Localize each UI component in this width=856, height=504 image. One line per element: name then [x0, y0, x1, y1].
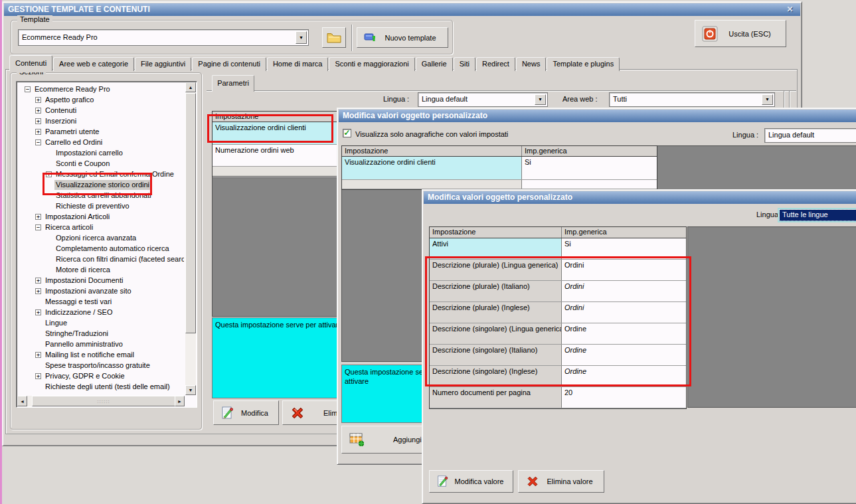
tree-item-richieste-di-preventivo[interactable]: Richieste di preventivo — [18, 201, 184, 211]
template-combobox[interactable]: Ecommerce Ready Pro ▼ — [18, 29, 309, 46]
close-icon[interactable]: ✕ — [785, 5, 795, 15]
plus-box-icon[interactable]: + — [35, 288, 41, 294]
tab-news[interactable]: News — [516, 57, 547, 71]
tab-gallerie[interactable]: Gallerie — [416, 57, 453, 71]
tree-item-mailing-list-e-notifiche-email[interactable]: +Mailing list e notifiche email — [18, 349, 184, 360]
tree-item-messaggi-e-testi-vari[interactable]: Messaggi e testi vari — [18, 296, 184, 307]
tab-aree-web-e-categorie[interactable]: Aree web e categorie — [53, 57, 134, 71]
tab-pagine-di-contenuti[interactable]: Pagine di contenuti — [192, 57, 266, 71]
exit-button[interactable]: Uscita (ESC) — [695, 20, 786, 47]
tree-item-label: Visualizzazione storico ordini — [54, 180, 151, 190]
tab-sconti-e-maggiorazioni[interactable]: Sconti e maggiorazioni — [329, 57, 414, 71]
table-row-descrizione-plurale-inglese[interactable]: Descrizione (plurale) (Inglese)Ordini — [430, 302, 686, 323]
tree-item-ricerca-articoli[interactable]: −Ricerca articoli — [18, 222, 184, 232]
plus-box-icon[interactable]: + — [35, 108, 41, 114]
tree-item-aspetto-grafico[interactable]: +Aspetto grafico — [18, 94, 184, 105]
tree-item-richieste-degli-utenti-testi-delle-email[interactable]: Richieste degli utenti (testi delle emai… — [18, 381, 184, 392]
modifica-valore-button[interactable]: Modifica valore — [429, 470, 513, 493]
tree-item-completamento-automatico-ricerca[interactable]: Completamento automatico ricerca — [18, 243, 184, 254]
plus-box-icon[interactable]: + — [35, 278, 41, 284]
plus-box-icon[interactable]: + — [35, 129, 41, 135]
tree-item-impostazioni-carrello[interactable]: Impostazioni carrello — [18, 147, 184, 158]
plus-box-icon[interactable]: + — [35, 97, 41, 103]
plus-box-icon[interactable]: + — [35, 352, 41, 358]
tree-horizontal-scrollbar[interactable]: ◄ :::::: ► — [17, 396, 185, 406]
new-template-button[interactable]: Nuovo template — [357, 27, 448, 48]
plus-box-icon[interactable]: + — [35, 118, 41, 124]
sezioni-groupbox: Sezioni −Ecommerce Ready Pro+Aspetto gra… — [10, 72, 202, 430]
scroll-up-icon[interactable]: ▲ — [185, 82, 196, 92]
tree-item-parametri-utente[interactable]: +Parametri utente — [18, 126, 184, 137]
tab-home-di-marca[interactable]: Home di marca — [267, 57, 329, 71]
dialog2-lingua-combobox[interactable]: Tutte le lingue — [778, 208, 856, 222]
table-row-descrizione-singolare-italiano[interactable]: Descrizione (singolare) (Italiano)Ordine — [430, 345, 686, 366]
tree-item-lingue[interactable]: Lingue — [18, 317, 184, 328]
tree-item-sconti-e-coupon[interactable]: Sconti e Coupon — [18, 158, 184, 169]
chevron-down-icon[interactable]: ▼ — [762, 94, 773, 105]
open-template-button[interactable] — [322, 27, 346, 48]
vertical-scroll-thumb[interactable] — [185, 93, 196, 333]
edit-pencil-icon — [220, 406, 235, 420]
panel-separator — [789, 91, 790, 110]
tree-item-stringhe-traduzioni[interactable]: Stringhe/Traduzioni — [18, 328, 184, 339]
tree-item-inserzioni[interactable]: +Inserzioni — [18, 116, 184, 126]
modifica-button[interactable]: Modifica — [213, 400, 279, 425]
table-row-descrizione-singolare-inglese[interactable]: Descrizione (singolare) (Inglese)Ordine — [430, 366, 686, 387]
tab-redirect[interactable]: Redirect — [476, 57, 515, 71]
tab-siti[interactable]: Siti — [454, 57, 475, 71]
table-row-descrizione-plurale-lingua-generica[interactable]: Descrizione (plurale) (Lingua generica)O… — [430, 260, 686, 281]
table-row-descrizione-plurale-italiano[interactable]: Descrizione (plurale) (Italiano)Ordini — [430, 281, 686, 302]
table-row-numero-documenti-per-pagina[interactable]: Numero documenti per pagina20 — [430, 387, 686, 408]
lingua-label: Lingua : — [383, 95, 409, 103]
filter-checkbox[interactable]: ✓ — [343, 129, 351, 137]
tree-vertical-scrollbar[interactable]: ▲ ▼ — [185, 82, 196, 395]
plus-box-icon[interactable]: + — [35, 214, 41, 220]
minus-box-icon[interactable]: − — [35, 224, 41, 230]
minus-box-icon[interactable]: − — [35, 139, 41, 145]
minus-box-icon[interactable]: − — [25, 86, 31, 92]
dialog2-disabled-area — [687, 226, 856, 408]
dialog2-col1-header: Impostazione — [430, 227, 562, 238]
tree-item-impostazioni-avanzate-sito[interactable]: +Impostazioni avanzate sito — [18, 286, 184, 296]
tab-contenuti[interactable]: Contenuti — [9, 55, 52, 71]
scroll-right-icon[interactable]: ► — [175, 396, 185, 406]
scroll-left-icon[interactable]: ◄ — [17, 396, 27, 406]
tree-item-spese-trasporto-incasso-gratuite[interactable]: Spese trasporto/incasso gratuite — [18, 360, 184, 371]
plus-box-icon[interactable]: + — [35, 309, 41, 315]
tree-item-impostazioni-articoli[interactable]: +Impostazioni Articoli — [18, 211, 184, 222]
tree-item-visualizzazione-storico-ordini[interactable]: Visualizzazione storico ordini — [18, 179, 184, 190]
dialog1-lingua-label: Lingua : — [732, 131, 758, 139]
filter-checkbox-label: Visualizza solo anagrafiche con valori i… — [355, 130, 508, 138]
horizontal-scroll-thumb[interactable]: :::::: — [32, 396, 175, 406]
scroll-down-icon[interactable]: ▼ — [185, 385, 196, 395]
tree-item-messaggi-ed-email-conferma-ordine[interactable]: +Messaggi ed Email conferma Ordine — [18, 169, 184, 179]
tree-item-indicizzazione-seo[interactable]: +Indicizzazione / SEO — [18, 307, 184, 317]
tree-item-contenuti[interactable]: +Contenuti — [18, 105, 184, 116]
tree-item-impostazioni-documenti[interactable]: +Impostazioni Documenti — [18, 275, 184, 286]
tree-item-opzioni-ricerca-avanzata[interactable]: Opzioni ricerca avanzata — [18, 232, 184, 243]
chevron-down-icon[interactable]: ▼ — [535, 94, 546, 105]
tree-item-label: Lingue — [44, 318, 68, 328]
elimina-valore-button[interactable]: Elimina valore — [518, 470, 604, 493]
tree-item-carrello-ed-ordini[interactable]: −Carrello ed Ordini — [18, 137, 184, 147]
tree-item-statistica-carrelli-abbandonati[interactable]: Statistica carrelli abbandonati — [18, 190, 184, 201]
tab-file-aggiuntivi[interactable]: File aggiuntivi — [135, 57, 191, 71]
plus-box-icon[interactable]: + — [46, 171, 52, 177]
tree-item-ecommerce-ready-pro[interactable]: −Ecommerce Ready Pro — [18, 84, 184, 94]
tree-item-motore-di-ricerca[interactable]: Motore di ricerca — [18, 264, 184, 275]
lingua-combobox[interactable]: Lingua default ▼ — [418, 92, 548, 107]
table-row-visualizzazione-ordini-clienti[interactable]: Visualizzazione ordini clientiSi — [342, 157, 657, 180]
table-row-attivi[interactable]: AttiviSi — [430, 238, 686, 260]
tree-item-pannello-amministrativo[interactable]: Pannello amministrativo — [18, 339, 184, 349]
tree-item-label: Ricerca con filtri dinamici (faceted sea… — [54, 254, 184, 264]
plus-box-icon[interactable]: + — [35, 373, 41, 379]
area-web-combobox[interactable]: Tutti ▼ — [609, 92, 775, 107]
chevron-down-icon[interactable]: ▼ — [296, 31, 307, 44]
tab-template-e-plugins[interactable]: Template e plugins — [547, 57, 620, 71]
tree-item-privacy-gdpr-e-cookie[interactable]: +Privacy, GDPR e Cookie — [18, 371, 184, 381]
dialog1-lingua-combobox[interactable]: Lingua default — [764, 128, 856, 143]
tab-parametri[interactable]: Parametri — [212, 75, 254, 92]
table-row-descrizione-singolare-lingua-generica[interactable]: Descrizione (singolare) (Lingua generica… — [430, 323, 686, 345]
tree-item-ricerca-con-filtri-dinamici-faceted-search[interactable]: Ricerca con filtri dinamici (faceted sea… — [18, 254, 184, 264]
dialog1-rows: Visualizzazione ordini clientiSi — [342, 157, 657, 180]
